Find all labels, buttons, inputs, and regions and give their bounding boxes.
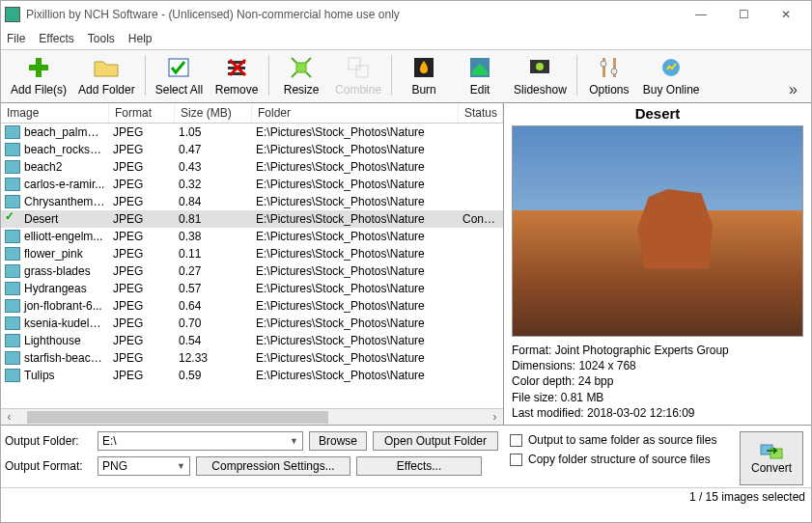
table-row[interactable]: carlos-e-ramir...JPEG0.32E:\Pictures\Sto… bbox=[1, 176, 503, 193]
cell-folder: E:\Pictures\Stock_Photos\Nature bbox=[252, 230, 459, 243]
header-format[interactable]: Format bbox=[109, 103, 175, 123]
cell-folder: E:\Pictures\Stock_Photos\Nature bbox=[252, 212, 459, 226]
preview-image-content bbox=[637, 189, 713, 268]
table-row[interactable]: ✓DesertJPEG0.81E:\Pictures\Stock_Photos\… bbox=[1, 210, 503, 228]
preview-metadata: Format: Joint Photographic Experts Group… bbox=[512, 343, 803, 421]
column-headers: Image Format Size (MB) Folder Status bbox=[1, 103, 503, 124]
table-row[interactable]: ChrysanthemumJPEG0.84E:\Pictures\Stock_P… bbox=[1, 193, 503, 210]
output-same-folder-checkbox[interactable]: Output to same folder as source files bbox=[510, 433, 724, 447]
image-thumb-icon bbox=[5, 230, 20, 243]
table-row[interactable]: beach2JPEG0.43E:\Pictures\Stock_Photos\N… bbox=[1, 158, 503, 176]
image-thumb-icon bbox=[5, 351, 20, 365]
add-folder-button[interactable]: Add Folder bbox=[72, 52, 141, 98]
check-icon: ✓ bbox=[5, 209, 20, 223]
table-row[interactable]: LighthouseJPEG0.54E:\Pictures\Stock_Phot… bbox=[1, 332, 503, 349]
buy-online-button[interactable]: Buy Online bbox=[637, 52, 706, 98]
horizontal-scrollbar[interactable]: ‹ › bbox=[1, 408, 503, 425]
svg-rect-7 bbox=[349, 58, 360, 69]
chevron-down-icon: ▼ bbox=[290, 436, 298, 446]
copy-folder-structure-checkbox[interactable]: Copy folder structure of source files bbox=[510, 453, 724, 466]
selection-count: 1 / 15 images selected bbox=[689, 490, 805, 504]
cell-size: 0.38 bbox=[175, 230, 252, 243]
header-folder[interactable]: Folder bbox=[252, 103, 459, 123]
cell-name: beach_palm_t... bbox=[20, 125, 109, 139]
image-thumb-icon bbox=[5, 125, 20, 139]
output-settings: Output Folder: E:\ ▼ Browse Open Output … bbox=[5, 431, 498, 485]
table-row[interactable]: beach_palm_t...JPEG1.05E:\Pictures\Stock… bbox=[1, 124, 503, 141]
select-all-button[interactable]: Select All bbox=[150, 52, 209, 98]
output-folder-dropdown[interactable]: E:\ ▼ bbox=[98, 431, 303, 451]
cell-size: 0.47 bbox=[175, 143, 252, 156]
table-row[interactable]: jon-flobrant-6...JPEG0.64E:\Pictures\Sto… bbox=[1, 297, 503, 315]
table-row[interactable]: beach_rocks_...JPEG0.47E:\Pictures\Stock… bbox=[1, 141, 503, 158]
scrollbar-thumb[interactable] bbox=[27, 411, 328, 424]
image-thumb-icon bbox=[5, 317, 20, 330]
close-button[interactable]: ✕ bbox=[765, 3, 807, 26]
preview-image bbox=[512, 125, 803, 337]
remove-button[interactable]: Remove bbox=[209, 52, 265, 98]
table-row[interactable]: TulipsJPEG0.59E:\Pictures\Stock_Photos\N… bbox=[1, 367, 503, 384]
edit-button[interactable]: Edit bbox=[452, 52, 508, 98]
cell-folder: E:\Pictures\Stock_Photos\Nature bbox=[252, 369, 459, 382]
cell-size: 0.54 bbox=[175, 334, 252, 347]
cell-fmt: JPEG bbox=[109, 247, 175, 261]
svg-point-15 bbox=[601, 61, 606, 67]
compression-settings-button[interactable]: Compression Settings... bbox=[196, 456, 350, 476]
image-thumb-icon bbox=[5, 195, 20, 208]
table-row[interactable]: HydrangeasJPEG0.57E:\Pictures\Stock_Phot… bbox=[1, 280, 503, 297]
browse-button[interactable]: Browse bbox=[309, 431, 367, 451]
open-output-folder-button[interactable]: Open Output Folder bbox=[373, 431, 498, 451]
cell-fmt: JPEG bbox=[109, 317, 175, 330]
header-size[interactable]: Size (MB) bbox=[175, 103, 252, 123]
cell-name: Hydrangeas bbox=[20, 282, 109, 295]
cell-fmt: JPEG bbox=[109, 212, 175, 226]
cell-fmt: JPEG bbox=[109, 125, 175, 139]
cell-folder: E:\Pictures\Stock_Photos\Nature bbox=[252, 317, 459, 330]
menu-tools[interactable]: Tools bbox=[88, 32, 115, 45]
burn-icon bbox=[410, 54, 437, 81]
header-status[interactable]: Status bbox=[459, 103, 503, 123]
cell-folder: E:\Pictures\Stock_Photos\Nature bbox=[252, 125, 459, 139]
cell-name: jon-flobrant-6... bbox=[20, 299, 109, 313]
header-image[interactable]: Image bbox=[1, 103, 109, 123]
table-row[interactable]: flower_pinkJPEG0.11E:\Pictures\Stock_Pho… bbox=[1, 245, 503, 262]
menu-help[interactable]: Help bbox=[128, 32, 153, 45]
options-button[interactable]: Options bbox=[581, 52, 637, 98]
table-row[interactable]: grass-bladesJPEG0.27E:\Pictures\Stock_Ph… bbox=[1, 262, 503, 280]
minimize-button[interactable]: — bbox=[680, 3, 722, 26]
resize-icon bbox=[288, 54, 315, 81]
cell-size: 0.59 bbox=[175, 369, 252, 382]
convert-button[interactable]: Convert bbox=[740, 431, 803, 485]
toolbar-overflow-button[interactable]: » bbox=[779, 81, 807, 98]
cell-name: Desert bbox=[20, 212, 109, 226]
cell-size: 0.64 bbox=[175, 299, 252, 313]
preview-title: Desert bbox=[504, 103, 811, 124]
cell-name: flower_pink bbox=[20, 247, 109, 261]
folder-icon bbox=[93, 54, 120, 81]
file-list: Image Format Size (MB) Folder Status bea… bbox=[1, 103, 504, 425]
scroll-right-icon[interactable]: › bbox=[487, 410, 503, 424]
image-thumb-icon bbox=[5, 143, 20, 156]
cell-fmt: JPEG bbox=[109, 351, 175, 365]
cell-size: 0.81 bbox=[175, 212, 252, 226]
window-title: Pixillion by NCH Software - (Unlicensed)… bbox=[26, 8, 680, 21]
table-row[interactable]: elliott-engelm...JPEG0.38E:\Pictures\Sto… bbox=[1, 228, 503, 245]
scroll-left-icon[interactable]: ‹ bbox=[1, 410, 17, 424]
cell-size: 1.05 bbox=[175, 125, 252, 139]
burn-button[interactable]: Burn bbox=[396, 52, 452, 98]
output-format-dropdown[interactable]: PNG ▼ bbox=[98, 456, 190, 476]
chevron-down-icon: ▼ bbox=[177, 461, 185, 471]
add-files-button[interactable]: Add File(s) bbox=[5, 52, 72, 98]
table-row[interactable]: ksenia-kudelki...JPEG0.70E:\Pictures\Sto… bbox=[1, 315, 503, 332]
table-row[interactable]: starfish-beach...JPEG12.33E:\Pictures\St… bbox=[1, 349, 503, 367]
cell-size: 0.43 bbox=[175, 160, 252, 174]
menu-file[interactable]: File bbox=[7, 32, 25, 45]
cell-fmt: JPEG bbox=[109, 195, 175, 208]
menu-effects[interactable]: Effects bbox=[39, 32, 73, 45]
resize-button[interactable]: Resize bbox=[273, 52, 329, 98]
image-thumb-icon bbox=[5, 334, 20, 347]
cell-name: ksenia-kudelki... bbox=[20, 317, 109, 330]
maximize-button[interactable]: ☐ bbox=[722, 3, 765, 26]
effects-button[interactable]: Effects... bbox=[356, 456, 482, 476]
slideshow-button[interactable]: Slideshow bbox=[508, 52, 573, 98]
